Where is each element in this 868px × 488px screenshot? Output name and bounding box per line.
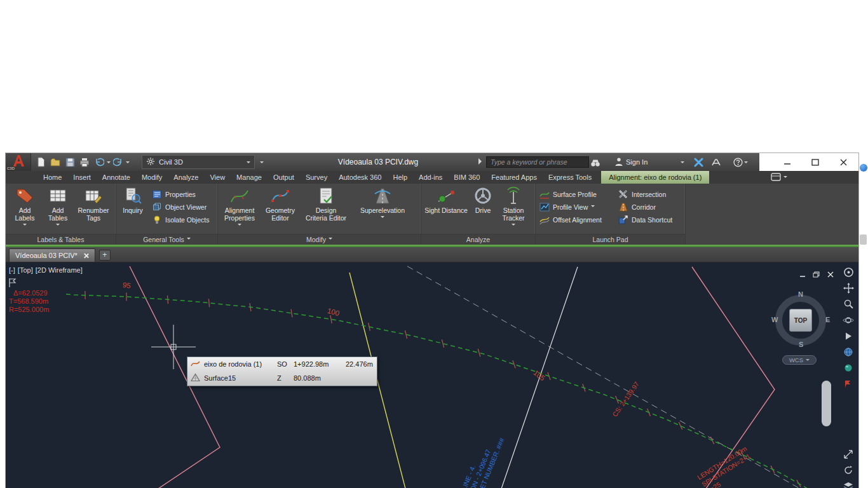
save-button[interactable] <box>63 155 77 169</box>
properties-button[interactable]: Properties <box>150 189 211 200</box>
add-tables-button[interactable]: Add Tables <box>42 185 74 234</box>
file-tab-close-icon[interactable] <box>84 253 89 258</box>
notification-badge[interactable] <box>860 164 867 172</box>
undo-dropdown-caret[interactable] <box>107 161 111 165</box>
open-file-button[interactable] <box>48 155 62 169</box>
tab-modify[interactable]: Modify <box>136 171 168 184</box>
undo-button[interactable] <box>92 155 106 169</box>
panel-label-general-tools[interactable]: General Tools <box>116 234 217 244</box>
search-input[interactable] <box>486 156 589 168</box>
tab-view[interactable]: View <box>204 171 231 184</box>
geometry-editor-button[interactable]: Geometry Editor <box>262 185 299 234</box>
tab-express-tools[interactable]: Express Tools <box>543 171 597 184</box>
viewport-minimize-control[interactable]: [-] <box>9 266 15 274</box>
new-file-button[interactable] <box>34 155 48 169</box>
panel-label-analyze[interactable]: Analyze <box>421 234 535 244</box>
exchange-apps-icon[interactable] <box>692 156 705 168</box>
user-icon <box>614 157 623 168</box>
viewport-view-control[interactable]: [Top] <box>18 266 33 274</box>
scrollbar-arrow[interactable] <box>860 234 867 245</box>
viewcube[interactable]: N W E S TOP <box>771 291 830 349</box>
drawing-canvas[interactable]: [-] [Top] [2D Wireframe] Δ=62.0529 T=568… <box>6 262 858 488</box>
ribbon-display-toggle[interactable] <box>771 173 787 181</box>
viewport-close-icon[interactable] <box>825 270 835 279</box>
search-binoculars-icon[interactable] <box>589 156 602 169</box>
qat-customize-caret[interactable] <box>257 155 266 169</box>
add-labels-button[interactable]: Add Labels <box>8 185 42 234</box>
workspace-switcher[interactable]: Civil 3D <box>142 155 255 169</box>
add-labels-icon <box>15 186 35 205</box>
rotate-icon[interactable] <box>841 463 855 477</box>
viewcube-east[interactable]: E <box>825 316 830 323</box>
superelevation-button[interactable]: Superelevation <box>353 185 412 234</box>
dropdown-caret <box>512 224 515 227</box>
globe-icon[interactable] <box>841 345 855 358</box>
design-criteria-editor-button[interactable]: Design Criteria Editor <box>301 185 351 234</box>
renumber-tags-button[interactable]: Renumber Tags <box>74 185 113 234</box>
alignment-properties-button[interactable]: Alignment Properties <box>220 185 259 234</box>
offset-alignment-button[interactable]: Offset Alignment <box>538 214 615 225</box>
station-tracker-button[interactable]: Station Tracker <box>497 185 530 234</box>
tab-add-ins[interactable]: Add-ins <box>413 171 448 184</box>
viewcube-top-face[interactable]: TOP <box>789 309 812 332</box>
tab-alignment-context[interactable]: Alignment: eixo de rodovia (1) <box>601 171 709 184</box>
surface-profile-icon <box>539 189 550 200</box>
help-icon[interactable] <box>731 156 744 168</box>
zoom-icon[interactable] <box>841 297 855 311</box>
inquiry-button[interactable]: Inquiry <box>118 185 147 234</box>
sight-distance-button[interactable]: Sight Distance <box>423 185 469 234</box>
infocenter-expand-icon[interactable] <box>478 158 485 165</box>
tab-bim-360[interactable]: BIM 360 <box>448 171 485 184</box>
orbit-icon[interactable] <box>841 313 855 327</box>
pan-icon[interactable] <box>841 281 855 295</box>
viewport-restore-icon[interactable] <box>811 270 821 279</box>
tab-output[interactable]: Output <box>268 171 300 184</box>
viewcube-south[interactable]: S <box>799 341 803 348</box>
close-button[interactable] <box>829 153 857 171</box>
sign-in-button[interactable]: Sign In <box>614 153 648 171</box>
file-tab-active[interactable]: Vídeoaula 03 PCIV* <box>9 248 95 262</box>
sphere-icon[interactable] <box>841 361 855 374</box>
layers-icon[interactable] <box>841 479 855 488</box>
ucs-selector[interactable]: WCS <box>782 355 817 365</box>
minimize-button[interactable] <box>773 153 801 171</box>
steering-wheel-icon[interactable] <box>841 266 855 279</box>
tab-featured-apps[interactable]: Featured Apps <box>485 171 543 184</box>
tab-help[interactable]: Help <box>387 171 413 184</box>
tab-home[interactable]: Home <box>37 171 67 184</box>
panel-label-labels-tables[interactable]: Labels & Tables <box>6 234 116 244</box>
plot-button[interactable] <box>78 155 92 169</box>
corridor-button[interactable]: Corridor <box>616 201 682 212</box>
profile-view-button[interactable]: Profile View <box>538 201 615 212</box>
panel-label-modify[interactable]: Modify <box>218 234 421 244</box>
help-caret[interactable] <box>744 153 748 171</box>
viewcube-north[interactable]: N <box>798 290 803 298</box>
redo-dropdown-caret[interactable] <box>126 161 130 165</box>
maximize-button[interactable] <box>801 153 829 171</box>
application-menu-button[interactable]: C3D <box>6 153 31 171</box>
panel-label-launch-pad[interactable]: Launch Pad <box>536 234 685 244</box>
viewcube-west[interactable]: W <box>771 316 778 323</box>
viewport-visual-style-control[interactable]: [2D Wireframe] <box>36 266 83 274</box>
data-shortcut-button[interactable]: Data Shortcut <box>616 214 682 225</box>
sign-in-caret[interactable] <box>681 153 684 171</box>
object-viewer-button[interactable]: Object Viewer <box>150 201 211 212</box>
new-drawing-tab-button[interactable]: + <box>99 250 111 261</box>
tab-autodesk-360[interactable]: Autodesk 360 <box>333 171 387 184</box>
isolate-objects-button[interactable]: Isolate Objects <box>150 214 211 225</box>
tab-manage[interactable]: Manage <box>231 171 268 184</box>
move-icon[interactable] <box>841 447 855 461</box>
surface-profile-button[interactable]: Surface Profile <box>538 189 615 200</box>
intersection-button[interactable]: Intersection <box>616 189 682 200</box>
canvas-scrollbar-thumb[interactable] <box>822 381 831 426</box>
tab-survey[interactable]: Survey <box>300 171 333 184</box>
tab-insert[interactable]: Insert <box>67 171 97 184</box>
tab-annotate[interactable]: Annotate <box>97 171 136 184</box>
redo-button[interactable] <box>111 155 125 169</box>
marker-icon[interactable] <box>841 377 855 390</box>
viewport-minimize-icon[interactable] <box>797 270 807 279</box>
tab-analyze[interactable]: Analyze <box>168 171 204 184</box>
drive-button[interactable]: Drive <box>471 185 495 234</box>
a360-icon[interactable] <box>710 156 722 168</box>
showmotion-icon[interactable] <box>841 329 855 342</box>
